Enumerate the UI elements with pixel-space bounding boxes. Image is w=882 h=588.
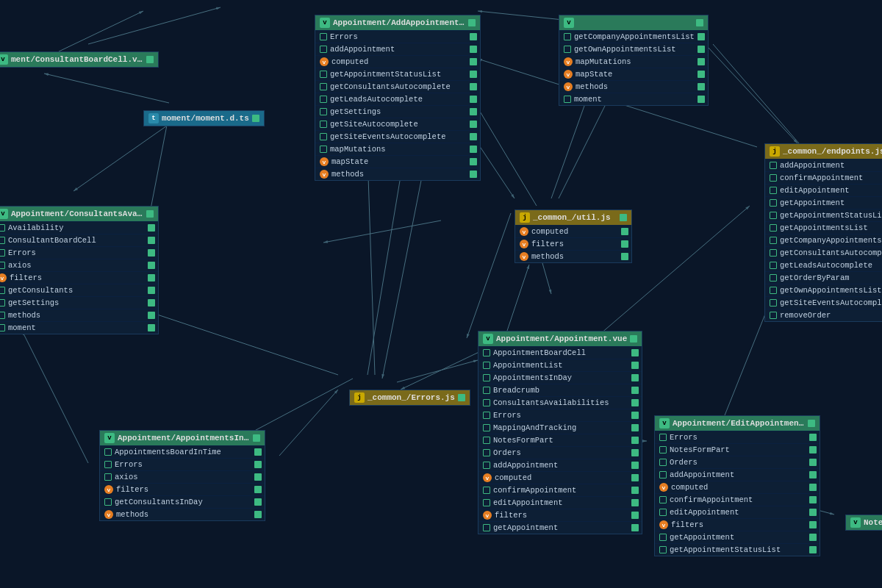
node-row: moment	[0, 321, 158, 334]
node-AddAppointment: v Appointment/AddAppointment.vue Errors …	[315, 15, 481, 181]
node-row: getSettings	[315, 105, 480, 118]
row-text: confirmAppointment	[493, 486, 628, 495]
row-text: getConsultants	[8, 286, 145, 295]
node-row: getConsultantsAutocomplete	[765, 246, 882, 259]
row-text: getSiteAutocomplete	[330, 120, 467, 129]
row-port	[254, 511, 262, 518]
row-text: NotesFormPart	[670, 445, 806, 454]
row-port	[809, 509, 817, 516]
node-row: methods	[0, 309, 158, 321]
row-text: Availability	[8, 223, 145, 232]
row-port	[148, 274, 155, 282]
node-row: getCompanyAppointmentsList	[559, 30, 708, 43]
node-row: getSettings	[0, 296, 158, 309]
node-title-CommonUtil: _common_/util.js	[533, 213, 611, 222]
row-text: moment	[574, 95, 695, 104]
row-port	[254, 473, 262, 481]
node-row: AppointmentList	[478, 359, 642, 371]
row-port	[809, 496, 817, 503]
row-port	[809, 446, 817, 453]
row-text: mapMutations	[330, 145, 467, 154]
row-port	[698, 46, 705, 53]
node-row: getConsultantsInDay	[100, 495, 265, 508]
row-text: filters	[495, 511, 628, 520]
row-port	[470, 33, 477, 40]
node-row: v computed	[478, 471, 642, 484]
node-row: getCompanyAppointmentsList	[765, 234, 882, 246]
row-text: filters	[531, 240, 618, 248]
node-row: confirmAppointment	[765, 171, 882, 184]
row-text: getOwnAppointmentsList	[780, 286, 882, 295]
node-row: v filters	[100, 483, 265, 495]
node-row: getAppointmentStatusList	[655, 543, 820, 556]
row-port	[254, 448, 262, 456]
row-text: ConsultantBoardCell	[8, 236, 145, 245]
node-row: getSiteEventsAutocomplete	[315, 130, 480, 143]
row-text: methods	[576, 82, 695, 91]
node-row: mapMutations	[315, 143, 480, 155]
node-row: getAppointmentStatusList	[315, 68, 480, 80]
row-text: Errors	[115, 460, 251, 469]
node-title-NotesFormPart: Notes/NotesF...	[864, 518, 882, 527]
row-port	[631, 424, 639, 431]
node-row: Errors	[100, 458, 265, 470]
node-row: Orders	[655, 456, 820, 468]
node-row: removeOrder	[765, 309, 882, 321]
row-text: addAppointment	[780, 161, 882, 170]
node-header-NotesFormPart: v Notes/NotesF...	[846, 515, 882, 530]
row-port	[621, 240, 628, 248]
node-NotesFormPart: v Notes/NotesF...	[845, 514, 882, 531]
node-row: ConsultantsAvailabilities	[478, 396, 642, 409]
node-row: getSiteAutocomplete	[315, 118, 480, 130]
row-text: getSiteEventsAutocomplete	[780, 298, 882, 307]
node-header-ConsultantsAvailabilities: v Appointment/ConsultantsAvailabilities.…	[0, 207, 158, 221]
node-row: AppointmentsInDay	[478, 371, 642, 384]
node-row: v computed	[315, 55, 480, 68]
node-row: addAppointment	[765, 159, 882, 171]
node-row: NotesFormPart	[655, 443, 820, 456]
node-row: v filters	[655, 518, 820, 531]
row-text: Errors	[493, 411, 628, 420]
node-header-CommonEndpoints: j _common_/endpoints.js	[765, 144, 882, 159]
node-title-ConsultantsAvailabilities: Appointment/ConsultantsAvailabilities.vu…	[11, 209, 143, 218]
node-EditAppointment: v Appointment/EditAppointment.vue Errors…	[654, 415, 820, 556]
node-row: Errors	[655, 431, 820, 443]
node-title-EditAppointment: Appointment/EditAppointment.vue	[673, 419, 805, 428]
row-text: AppointmentBoardCell	[493, 348, 628, 357]
node-header-CommonErrors: j _common_/Errors.js	[350, 390, 470, 405]
row-text: ConsultantsAvailabilities	[493, 398, 628, 407]
row-port	[631, 437, 639, 444]
node-row: NotesFormPart	[478, 434, 642, 446]
node-header-AppointmentsInDay: v Appointment/AppointmentsInDay.vue	[100, 431, 265, 445]
row-text: Errors	[670, 433, 806, 442]
row-port	[631, 462, 639, 469]
row-port	[148, 312, 155, 319]
node-ConsultantBoardCell: v ment/ConsultantBoardCell.vue	[0, 51, 159, 68]
node-row: Breadcrumb	[478, 384, 642, 396]
row-port	[148, 224, 155, 232]
row-text: computed	[671, 483, 806, 492]
row-text: getAppointment	[670, 533, 806, 542]
row-port	[631, 399, 639, 406]
row-text: mapState	[576, 70, 695, 79]
row-text: getSiteEventsAutocomplete	[330, 132, 467, 141]
node-row: Orders	[478, 446, 642, 459]
row-text: confirmAppointment	[670, 495, 806, 504]
row-port	[621, 228, 628, 235]
node-row: v mapState	[315, 155, 480, 168]
row-port	[631, 387, 639, 394]
row-port	[470, 158, 477, 165]
row-port	[809, 546, 817, 553]
row-text: addAppointment	[330, 45, 467, 54]
node-row: getLeadsAutocomplete	[315, 93, 480, 105]
node-row: editAppointment	[655, 506, 820, 518]
node-row: v filters	[0, 271, 158, 284]
node-title-AppointmentsInDay: Appointment/AppointmentsInDay.vue	[118, 434, 250, 442]
row-port	[698, 96, 705, 103]
node-header-AddAppointment: v Appointment/AddAppointment.vue	[315, 15, 480, 30]
row-text: AppointmentsInDay	[493, 373, 628, 382]
row-port	[631, 524, 639, 531]
node-header-MomentTs: t moment/moment.d.ts	[144, 111, 264, 126]
node-header-RightTopPanel: v	[559, 15, 708, 30]
node-row: editAppointment	[478, 496, 642, 509]
